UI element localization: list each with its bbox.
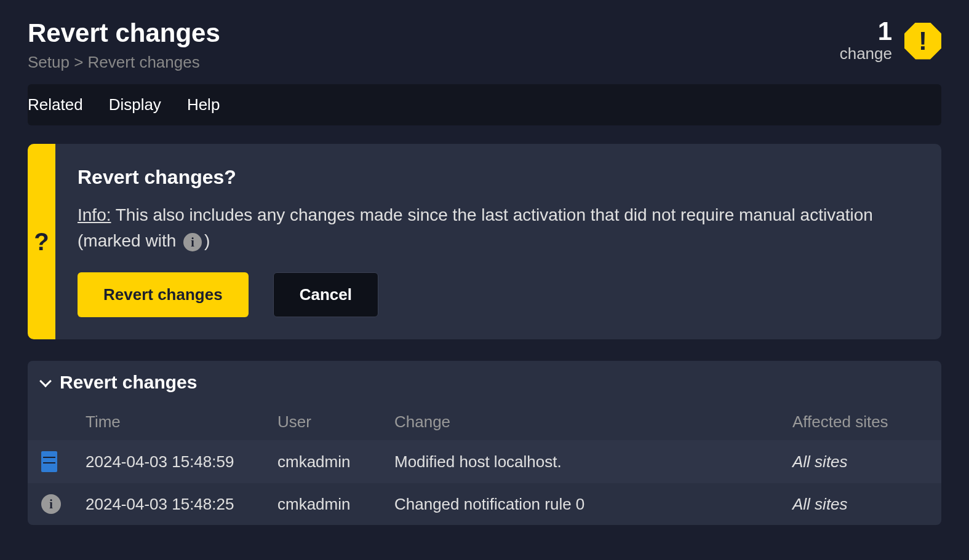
page-title: Revert changes <box>28 18 840 48</box>
table-row[interactable]: i 2024-04-03 15:48:25 cmkadmin Changed n… <box>28 483 941 525</box>
col-header-user[interactable]: User <box>277 412 394 432</box>
exclamation-icon: ! <box>919 26 927 56</box>
row-icon-cell: i <box>41 494 86 514</box>
row-user: cmkadmin <box>277 495 394 514</box>
table-header: Time User Change Affected sites <box>28 404 941 440</box>
dialog-info-label: Info: <box>78 205 111 224</box>
row-change: Modified host localhost. <box>394 452 792 471</box>
page-header: Revert changes Setup > Revert changes 1 … <box>28 18 941 72</box>
dialog-info: Info: This also includes any changes mad… <box>78 202 919 254</box>
info-icon: i <box>183 233 202 251</box>
menu-related[interactable]: Related <box>28 95 83 114</box>
section-header[interactable]: Revert changes <box>28 361 941 404</box>
col-header-sites[interactable]: Affected sites <box>792 412 928 432</box>
row-user: cmkadmin <box>277 452 394 471</box>
row-sites: All sites <box>792 495 928 514</box>
server-icon <box>41 451 57 472</box>
header-right: 1 change ! <box>840 18 941 63</box>
menu-display[interactable]: Display <box>109 95 161 114</box>
col-header-icon <box>41 412 86 432</box>
changes-section: Revert changes Time User Change Affected… <box>28 361 941 525</box>
confirm-dialog: ? Revert changes? Info: This also includ… <box>28 144 941 339</box>
row-icon-cell <box>41 451 86 472</box>
table-row[interactable]: 2024-04-03 15:48:59 cmkadmin Modified ho… <box>28 440 941 483</box>
menu-help[interactable]: Help <box>187 95 220 114</box>
dialog-buttons: Revert changes Cancel <box>78 272 919 317</box>
revert-changes-button[interactable]: Revert changes <box>78 272 249 317</box>
col-header-time[interactable]: Time <box>86 412 277 432</box>
dialog-info-text-2: ) <box>204 231 210 250</box>
row-sites: All sites <box>792 452 928 471</box>
cancel-button[interactable]: Cancel <box>273 272 378 317</box>
dialog-content: Revert changes? Info: This also includes… <box>55 144 941 339</box>
info-icon: i <box>41 494 61 514</box>
row-time: 2024-04-03 15:48:25 <box>86 495 277 514</box>
menu-bar: Related Display Help <box>28 84 941 125</box>
row-change: Changed notification rule 0 <box>394 495 792 514</box>
warning-badge-icon[interactable]: ! <box>904 23 941 60</box>
change-count-label: change <box>840 44 892 63</box>
row-time: 2024-04-03 15:48:59 <box>86 452 277 471</box>
dialog-sidebar: ? <box>28 144 55 339</box>
chevron-down-icon[interactable] <box>41 377 50 388</box>
dialog-title: Revert changes? <box>78 166 919 189</box>
header-left: Revert changes Setup > Revert changes <box>28 18 840 72</box>
change-counter[interactable]: 1 change <box>840 18 892 63</box>
change-count-value: 1 <box>840 18 892 44</box>
section-title: Revert changes <box>60 372 197 393</box>
col-header-change[interactable]: Change <box>394 412 792 432</box>
question-icon: ? <box>34 228 49 256</box>
breadcrumb[interactable]: Setup > Revert changes <box>28 53 840 72</box>
